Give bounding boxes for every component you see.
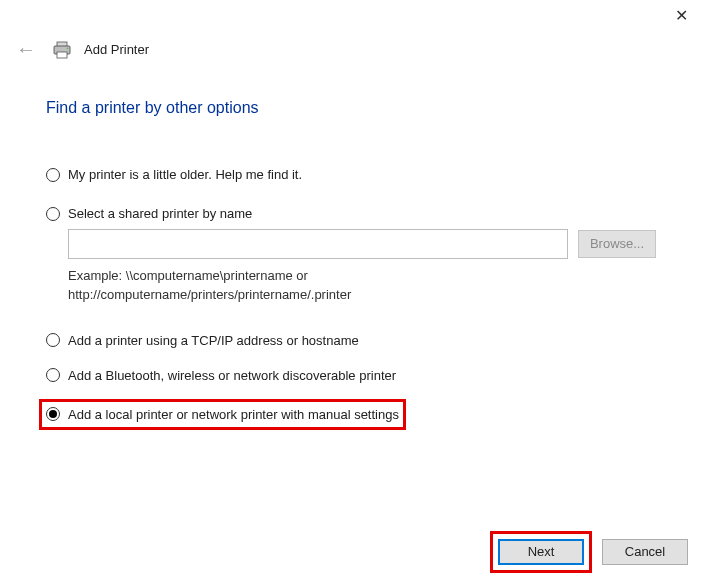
shared-printer-row: Browse...	[68, 229, 656, 259]
option-older-printer[interactable]: My printer is a little older. Help me fi…	[46, 165, 656, 184]
radio-icon	[46, 333, 60, 347]
option-label: Add a printer using a TCP/IP address or …	[68, 333, 359, 348]
option-label: Add a local printer or network printer w…	[68, 407, 399, 422]
titlebar: ✕	[0, 0, 702, 26]
radio-icon	[46, 168, 60, 182]
example-line: Example: \\computername\printername or	[68, 267, 656, 286]
radio-icon	[46, 368, 60, 382]
shared-printer-input[interactable]	[68, 229, 568, 259]
browse-button: Browse...	[578, 230, 656, 258]
highlight-box: Add a local printer or network printer w…	[39, 399, 406, 430]
next-button[interactable]: Next	[498, 539, 584, 565]
svg-rect-2	[57, 52, 67, 58]
page-heading: Find a printer by other options	[46, 99, 656, 117]
radio-icon	[46, 207, 60, 221]
option-label: My printer is a little older. Help me fi…	[68, 167, 302, 182]
option-shared-printer[interactable]: Select a shared printer by name	[46, 204, 656, 223]
cancel-button[interactable]: Cancel	[602, 539, 688, 565]
option-tcpip[interactable]: Add a printer using a TCP/IP address or …	[46, 331, 656, 350]
options-group: My printer is a little older. Help me fi…	[46, 165, 656, 430]
svg-point-3	[67, 47, 69, 49]
radio-icon	[46, 407, 60, 421]
highlight-box: Next	[490, 531, 592, 573]
option-local-printer[interactable]: Add a local printer or network printer w…	[46, 405, 399, 424]
wizard-title: Add Printer	[84, 42, 149, 57]
option-label: Add a Bluetooth, wireless or network dis…	[68, 368, 396, 383]
option-bluetooth[interactable]: Add a Bluetooth, wireless or network dis…	[46, 366, 656, 385]
printer-icon	[52, 40, 72, 60]
back-arrow-icon: ←	[12, 38, 40, 61]
option-label: Select a shared printer by name	[68, 206, 252, 221]
footer: Next Cancel	[490, 531, 688, 573]
example-line: http://computername/printers/printername…	[68, 286, 656, 305]
content-area: Find a printer by other options My print…	[0, 67, 702, 430]
header: ← Add Printer	[0, 26, 702, 67]
example-text: Example: \\computername\printername or h…	[68, 267, 656, 305]
close-button[interactable]: ✕	[672, 8, 690, 26]
